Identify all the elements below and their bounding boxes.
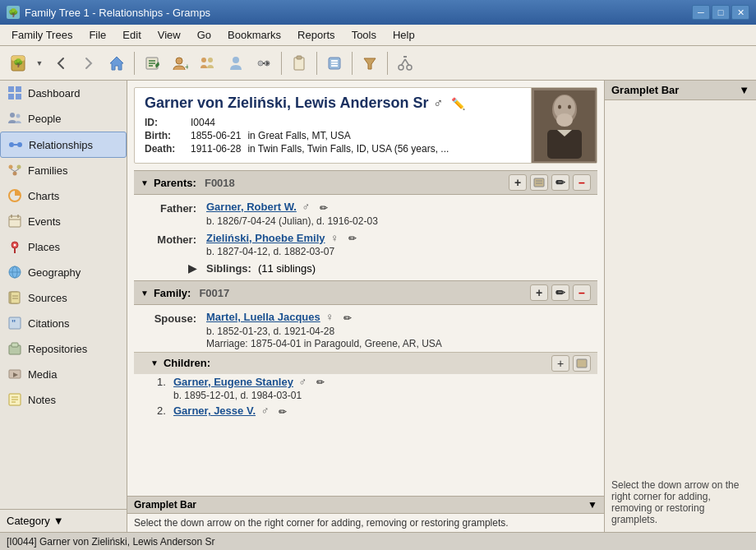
sidebar-item-media[interactable]: Media xyxy=(0,362,127,387)
parents-section-actions: + ✏ – xyxy=(509,174,591,191)
menu-edit[interactable]: Edit xyxy=(114,26,149,44)
parents-edit-btn[interactable]: ✏ xyxy=(551,174,569,191)
child-1-edit-icon[interactable]: ✏ xyxy=(313,376,328,389)
person-id-row: ID: I0044 xyxy=(145,117,521,128)
sidebar-item-dashboard[interactable]: Dashboard xyxy=(0,81,127,106)
parents-view-btn[interactable] xyxy=(530,174,548,191)
dashboard-icon xyxy=(7,85,23,101)
sidebar-item-sources[interactable]: Sources xyxy=(0,285,127,311)
mother-name-link[interactable]: Zieliński, Phoebe Emily xyxy=(206,232,325,244)
person-photo xyxy=(531,88,597,163)
parents-remove-btn[interactable]: – xyxy=(573,174,591,191)
maximize-button[interactable]: □ xyxy=(712,5,730,20)
menu-view[interactable]: View xyxy=(150,26,189,44)
toolbar: 🌳 ▼ + xyxy=(0,46,756,81)
sidebar-item-events[interactable]: Events xyxy=(0,209,127,234)
category-dropdown[interactable]: Category ▼ xyxy=(0,509,127,532)
family-edit-btn[interactable]: ✏ xyxy=(551,284,569,301)
minimize-button[interactable]: ─ xyxy=(692,5,710,20)
gramplet-bar-bottom-chevron[interactable]: ▼ xyxy=(588,499,597,511)
sidebar-item-geography[interactable]: Geography xyxy=(0,260,127,285)
toolbar-add-family-btn[interactable] xyxy=(195,50,221,76)
mother-row: Mother: Zieliński, Phoebe Emily ♀ ✏ b. 1… xyxy=(134,229,597,261)
toolbar-config-btn[interactable] xyxy=(321,50,348,76)
sidebar-item-places[interactable]: Places xyxy=(0,234,127,260)
sidebar-item-notes[interactable]: Notes xyxy=(0,387,127,413)
father-name-link[interactable]: Garner, Robert W. xyxy=(206,201,297,213)
toolbar-forward-btn[interactable] xyxy=(76,50,102,76)
parents-section-header[interactable]: ▼ Parents: F0018 + ✏ – xyxy=(134,170,597,195)
toolbar-cut-btn[interactable] xyxy=(392,50,418,76)
status-bar: [I0044] Garner von Zieliński, Lewis Ande… xyxy=(0,532,756,550)
spouse-name-link[interactable]: Martel, Luella Jacques xyxy=(206,311,320,323)
family-add-btn[interactable]: + xyxy=(530,284,548,301)
family-section-header[interactable]: ▼ Family: F0017 + ✏ – xyxy=(134,280,597,305)
toolbar-add-person-btn[interactable]: + xyxy=(167,50,193,76)
svg-point-41 xyxy=(13,172,17,176)
citations-icon: " xyxy=(7,315,23,331)
menu-bookmarks[interactable]: Bookmarks xyxy=(219,26,289,44)
gramplet-panel-chevron[interactable]: ▼ xyxy=(739,84,749,96)
child-2-edit-icon[interactable]: ✏ xyxy=(275,405,290,418)
mother-edit-icon[interactable]: ✏ xyxy=(345,232,360,245)
children-add-btn[interactable]: + xyxy=(551,355,569,372)
spouse-edit-icon[interactable]: ✏ xyxy=(340,312,355,325)
family-remove-btn[interactable]: – xyxy=(573,284,591,301)
title-bar-left: 🌳 Family Tree 1 - Relationships - Gramps xyxy=(7,6,210,19)
person-death-date: 1911-06-28 xyxy=(191,143,241,155)
svg-point-39 xyxy=(9,165,13,169)
person-info: Garner von Zieliński, Lewis Anderson Sr … xyxy=(135,88,531,163)
sidebar-item-citations[interactable]: " Citations xyxy=(0,311,127,336)
menu-reports[interactable]: Reports xyxy=(289,26,343,44)
child-1-details: b. 1895-12-01, d. 1984-03-01 xyxy=(173,390,328,401)
father-edit-icon[interactable]: ✏ xyxy=(316,201,331,215)
sidebar-item-charts[interactable]: Charts xyxy=(0,183,127,209)
toolbar-person-view-btn[interactable] xyxy=(223,50,249,76)
menu-tools[interactable]: Tools xyxy=(343,26,385,44)
toolbar-clipboard-btn[interactable] xyxy=(286,50,312,76)
children-header[interactable]: ▼ Children: + xyxy=(134,352,597,374)
gramplet-panel-content: Select the down arrow on the right corne… xyxy=(611,479,739,525)
sidebar-item-people[interactable]: People xyxy=(0,106,127,132)
person-edit-icon[interactable]: ✏️ xyxy=(451,97,465,110)
child-2-name-link[interactable]: Garner, Jesse V. xyxy=(173,404,256,417)
family-id: F0017 xyxy=(199,287,229,299)
svg-rect-45 xyxy=(9,216,21,227)
toolbar-home-btn[interactable] xyxy=(104,50,130,76)
toolbar-edit-btn[interactable] xyxy=(139,50,165,76)
toolbar-sep5 xyxy=(387,52,388,75)
child-1-name-link[interactable]: Garner, Eugene Stanley xyxy=(173,376,293,388)
close-button[interactable]: ✕ xyxy=(731,5,749,20)
mother-gender: ♀ xyxy=(330,232,339,244)
person-birth-row: Birth: 1855-06-21 in Great Falls, MT, US… xyxy=(145,130,521,141)
relationships-icon xyxy=(7,136,24,153)
menu-help[interactable]: Help xyxy=(385,26,423,44)
svg-text:+: + xyxy=(185,62,188,72)
child-2-gender: ♂ xyxy=(261,404,270,417)
parents-add-btn[interactable]: + xyxy=(509,174,527,191)
toolbar-merge-btn[interactable] xyxy=(251,50,277,76)
menu-go[interactable]: Go xyxy=(189,26,219,44)
sidebar-item-repositories[interactable]: Repositories xyxy=(0,336,127,362)
person-gender-symbol: ♂ xyxy=(433,96,443,111)
svg-line-27 xyxy=(401,59,405,66)
person-death-place: in Twin Falls, Twin Falls, ID, USA (56 y… xyxy=(247,143,449,155)
child-1-value: Garner, Eugene Stanley ♂ ✏ b. 1895-12-01… xyxy=(173,376,328,402)
status-text: [I0044] Garner von Zieliński, Lewis Ande… xyxy=(7,536,214,548)
children-view-btn[interactable] xyxy=(573,355,591,372)
sidebar-item-families[interactable]: Families xyxy=(0,158,127,183)
siblings-row[interactable]: ▶ Siblings: (11 siblings) xyxy=(134,260,597,277)
child-row-2: 2. Garner, Jesse V. ♂ ✏ xyxy=(134,403,597,422)
toolbar-bookmarks-btn[interactable]: 🌳 xyxy=(5,50,31,76)
places-icon xyxy=(7,238,23,255)
sidebar-item-relationships[interactable]: Relationships xyxy=(0,132,127,158)
child-num-2: 2. xyxy=(157,404,173,417)
toolbar-back-btn[interactable] xyxy=(48,50,74,76)
menu-file[interactable]: File xyxy=(81,26,114,44)
toolbar-bookmarks-dropdown[interactable]: ▼ xyxy=(33,50,46,76)
menu-family-trees[interactable]: Family Trees xyxy=(3,26,81,44)
svg-point-34 xyxy=(10,113,15,118)
svg-rect-31 xyxy=(16,86,21,92)
svg-line-43 xyxy=(15,169,19,172)
toolbar-filter-btn[interactable] xyxy=(357,50,383,76)
